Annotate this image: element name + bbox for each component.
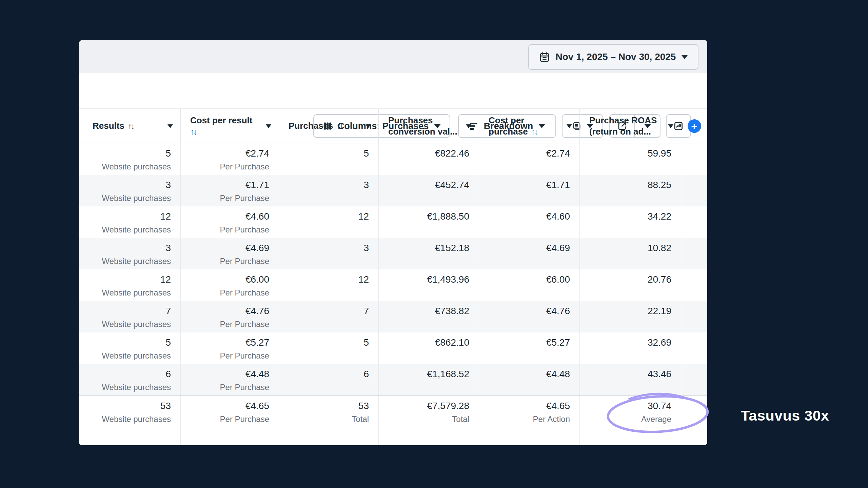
cell-value: €152.18 (379, 242, 469, 254)
cell-empty (681, 206, 707, 238)
cell-cost-per-result: €1.71 Per Purchase (181, 175, 279, 206)
cell-value: €4.48 (479, 368, 570, 380)
results-table: Results ↑↓ Cost per result ↑↓ Purchases … (79, 108, 707, 445)
chevron-down-icon[interactable] (668, 124, 673, 128)
cell-value: 12 (79, 210, 171, 223)
chevron-down-icon (681, 55, 688, 59)
cell-results: 12 Website purchases (79, 206, 181, 238)
cell-sublabel: Per Purchase (181, 287, 269, 298)
chevron-down-icon[interactable] (167, 124, 173, 128)
cell-conversion-value: €1,168.52 (379, 364, 479, 395)
cell-empty (681, 143, 707, 175)
cell-value: €1,888.50 (379, 210, 469, 223)
cell-cost-per-purchase: €4.69 (479, 238, 580, 269)
totals-cell-conversion-value: €7,579.28 Total (379, 396, 479, 445)
cell-value: €2.74 (479, 147, 570, 160)
cell-purchase-roas: 34.22 (580, 206, 681, 238)
cell-purchases: 7 (279, 301, 379, 332)
table-row: 3 Website purchases €1.71 Per Purchase 3… (79, 175, 707, 206)
sort-icon[interactable]: ↑↓ (337, 120, 343, 131)
sort-icon[interactable]: ↑↓ (190, 126, 196, 137)
cell-value: 5 (279, 147, 369, 160)
table-body: 5 Website purchases €2.74 Per Purchase 5… (79, 143, 707, 395)
table-row: 12 Website purchases €6.00 Per Purchase … (79, 269, 707, 301)
totals-value: 53 (79, 400, 171, 412)
cell-value: 5 (279, 337, 369, 349)
cell-value: €1.71 (181, 179, 269, 191)
cell-cost-per-result: €4.69 Per Purchase (181, 238, 279, 269)
cell-conversion-value: €1,493.96 (379, 269, 479, 301)
cell-value: 43.46 (580, 368, 671, 380)
cell-value: 12 (79, 273, 171, 286)
column-header-purchases-conversion-value[interactable]: Purchases conversion val... (379, 109, 479, 143)
date-range-picker[interactable]: Nov 1, 2025 – Nov 30, 2025 (528, 44, 698, 70)
chevron-down-icon[interactable] (466, 124, 471, 128)
totals-sublabel: Total (279, 414, 369, 425)
cell-purchases: 5 (279, 143, 379, 175)
totals-cell-results: 53 Website purchases (79, 396, 181, 445)
header-band: Nov 1, 2025 – Nov 30, 2025 (79, 40, 707, 73)
date-range-label: Nov 1, 2025 – Nov 30, 2025 (556, 52, 676, 62)
table-row: 12 Website purchases €4.60 Per Purchase … (79, 206, 707, 238)
cell-value: €4.60 (479, 210, 570, 223)
totals-cell-purchase-roas: 30.74 Average (580, 396, 681, 445)
cell-purchase-roas: 10.82 (580, 238, 681, 269)
add-column-button[interactable]: + (688, 119, 701, 133)
totals-cell-cost-per-purchase: €4.65 Per Action (479, 396, 580, 445)
cell-cost-per-purchase: €4.76 (479, 301, 580, 332)
column-header-cost-per-purchase[interactable]: Cost per purchase ↑↓ (479, 109, 580, 143)
sort-icon[interactable]: ↑↓ (531, 126, 537, 137)
column-header-results[interactable]: Results ↑↓ (79, 109, 181, 143)
cell-value: €4.69 (479, 242, 570, 254)
cell-cost-per-purchase: €1.71 (479, 175, 580, 206)
column-header-label: Results (93, 120, 124, 131)
cell-value: €452.74 (379, 179, 469, 191)
column-header-cost-per-result[interactable]: Cost per result ↑↓ (181, 109, 279, 143)
cell-results: 3 Website purchases (79, 175, 181, 206)
cell-cost-per-result: €4.76 Per Purchase (181, 301, 279, 332)
cell-sublabel: Per Purchase (181, 256, 269, 267)
cell-empty (681, 301, 707, 332)
cell-purchases: 5 (279, 332, 379, 364)
cell-value: €4.60 (181, 210, 269, 223)
cell-results: 5 Website purchases (79, 332, 181, 364)
totals-sublabel: Total (379, 414, 469, 425)
totals-sublabel: Average (580, 414, 671, 425)
totals-cell-empty (681, 396, 707, 445)
column-header-purchases[interactable]: Purchases ↑↓ (279, 109, 379, 143)
cell-value: €4.48 (181, 368, 269, 380)
cell-value: 5 (79, 147, 171, 160)
cell-value: €1.71 (479, 179, 570, 191)
column-header-label: Cost per result (190, 115, 253, 126)
cell-value: 10.82 (580, 242, 671, 254)
cell-empty (681, 332, 707, 364)
table-totals-row: 53 Website purchases €4.65 Per Purchase … (79, 395, 707, 445)
totals-sublabel: Website purchases (79, 414, 171, 425)
cell-value: €6.00 (479, 273, 570, 286)
cell-value: €822.46 (379, 147, 469, 160)
cell-cost-per-purchase: €6.00 (479, 269, 580, 301)
column-header-purchase-roas[interactable]: Purchase ROAS (return on ad... (580, 109, 681, 143)
chevron-down-icon[interactable] (567, 124, 572, 128)
cell-purchases: 12 (279, 206, 379, 238)
table-row: 5 Website purchases €5.27 Per Purchase 5… (79, 332, 707, 364)
cell-value: 59.95 (580, 147, 671, 160)
cell-purchase-roas: 32.69 (580, 332, 681, 364)
cell-sublabel: Per Purchase (181, 193, 269, 204)
cell-conversion-value: €452.74 (379, 175, 479, 206)
chevron-down-icon[interactable] (266, 124, 271, 128)
chevron-down-icon[interactable] (366, 124, 371, 128)
cell-value: €2.74 (181, 147, 269, 160)
cell-purchases: 3 (279, 238, 379, 269)
table-row: 6 Website purchases €4.48 Per Purchase 6… (79, 364, 707, 395)
cell-value: €4.69 (181, 242, 269, 254)
cell-value: €6.00 (181, 273, 269, 286)
column-header-label: purchase (489, 126, 528, 137)
cell-value: 5 (79, 337, 171, 349)
cell-sublabel: Per Purchase (181, 319, 269, 330)
cell-value: €5.27 (479, 337, 570, 349)
cell-sublabel: Website purchases (79, 224, 171, 235)
table-header-row: Results ↑↓ Cost per result ↑↓ Purchases … (79, 108, 707, 143)
sort-icon[interactable]: ↑↓ (128, 120, 134, 131)
slide-background: { "colors": { "background_navy": "#0d1c2… (0, 0, 868, 488)
